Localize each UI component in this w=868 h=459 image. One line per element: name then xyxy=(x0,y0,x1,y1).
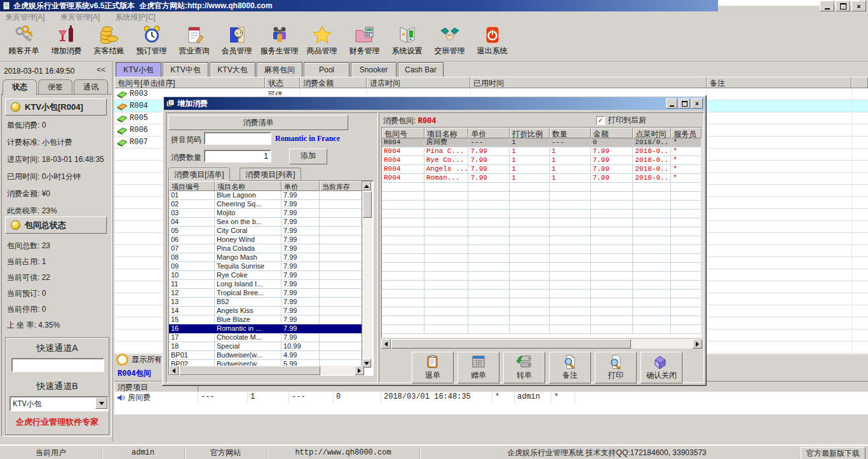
scroll-left-icon[interactable] xyxy=(381,339,391,349)
dialog-button-folder-close[interactable]: 确认关闭 xyxy=(641,352,682,383)
item-row-14[interactable]: 14Angels Kiss7.99 xyxy=(169,307,373,316)
toolbar-item-query[interactable]: 营业查询 xyxy=(173,23,215,60)
order-row[interactable]: R004Rye Co...7.99117.992018-0...* xyxy=(382,156,702,165)
order-column-header[interactable]: 包间号 xyxy=(382,128,424,138)
show-all-control[interactable]: 显示所有 xyxy=(116,354,162,366)
quick-channel-a-input[interactable] xyxy=(11,358,104,372)
download-latest-button[interactable]: 官方最新版下载 xyxy=(801,447,865,459)
dialog-close-button[interactable]: × xyxy=(691,98,703,109)
order-row[interactable]: R004Roman...7.99117.992018-0...* xyxy=(382,174,702,183)
room-tab-Snooker[interactable]: Snooker xyxy=(351,62,397,77)
column-header[interactable]: 进店时间 xyxy=(367,77,470,88)
close-button[interactable]: × xyxy=(851,1,866,11)
order-column-header[interactable]: 单价 xyxy=(468,128,510,138)
item-row-15[interactable]: 15Blue Blaze7.99 xyxy=(169,316,373,324)
item-column-header[interactable]: 项目名称 xyxy=(215,181,281,191)
tab-item-list[interactable]: 消费项目[清单] xyxy=(168,168,230,181)
scrollbar-thumb[interactable] xyxy=(179,366,320,375)
toolbar-item-star[interactable]: 商品管理 xyxy=(301,23,343,60)
item-row-06[interactable]: 06Honey Wind7.99 xyxy=(169,236,373,244)
column-header[interactable]: 状态 xyxy=(265,77,300,88)
order-column-header[interactable]: 数量 xyxy=(550,128,591,138)
scroll-right-icon[interactable] xyxy=(693,339,702,349)
toolbar-item-coins[interactable]: 宾客结账 xyxy=(88,23,130,60)
consume-item-row[interactable]: 房间费---1---02018/03/01 16:48:35*admin* xyxy=(114,392,868,404)
item-row-10[interactable]: 10Rye Coke7.99 xyxy=(169,271,373,280)
toolbar-item-drinks[interactable]: 增加消费 xyxy=(45,23,88,60)
toolbar-item-power[interactable]: 退出系统 xyxy=(471,23,513,60)
item-row-02[interactable]: 02Cheering Sq...7.99 xyxy=(169,200,373,209)
order-row[interactable]: R004Pina C...7.99117.992018-0...* xyxy=(382,147,702,156)
item-column-header[interactable]: 项目编号 xyxy=(169,181,215,191)
scrollbar-thumb[interactable] xyxy=(391,339,631,349)
tab-notes[interactable]: 便签 xyxy=(38,79,72,94)
item-row-17[interactable]: 17Chocolate M...7.99 xyxy=(169,333,373,342)
room-tab-麻将包间[interactable]: 麻将包间 xyxy=(257,62,302,77)
add-button[interactable]: 添加 xyxy=(289,149,327,164)
toolbar-item-settings[interactable]: 系统设置 xyxy=(386,23,428,60)
dialog-button-clipboard[interactable]: 退单 xyxy=(412,352,454,383)
column-header[interactable]: 消费金额 xyxy=(300,77,367,88)
toolbar-item-member[interactable]: 会员管理 xyxy=(215,23,258,60)
item-row-08[interactable]: 08Mango Mash7.99 xyxy=(169,253,373,262)
sidebar-collapse-button[interactable]: << xyxy=(94,65,108,76)
order-row[interactable]: R004Angels ...7.99117.992018-0...* xyxy=(382,165,702,174)
item-row-01[interactable]: 01Blue Lagoon7.99 xyxy=(169,191,373,200)
item-column-header[interactable]: 单价 xyxy=(281,181,320,191)
room-tab-Pool[interactable]: Pool xyxy=(304,62,349,77)
current-room-link[interactable]: R004包间 xyxy=(118,368,151,379)
tab-comms[interactable]: 通讯 xyxy=(74,79,108,94)
item-row-18[interactable]: 18Special10.99 xyxy=(169,342,373,351)
order-table-hscrollbar[interactable] xyxy=(381,339,702,349)
dialog-button-transfer[interactable]: 转单 xyxy=(503,352,545,383)
item-row-11[interactable]: 11Long Island I...7.99 xyxy=(169,280,373,289)
item-row-04[interactable]: 04Sex on the b...7.99 xyxy=(169,218,373,227)
item-row-13[interactable]: 13B527.99 xyxy=(169,298,373,307)
item-column-header[interactable]: 当前库存 xyxy=(320,181,364,191)
toolbar-item-staff[interactable]: 服务生管理 xyxy=(258,23,301,60)
toolbar-item-finance[interactable]: 财务管理 xyxy=(343,23,386,60)
column-header[interactable]: 包间号[单击排序] xyxy=(114,77,265,88)
dialog-restore-button[interactable] xyxy=(679,98,690,109)
checkbox-checked-icon[interactable]: ✓ xyxy=(596,116,605,125)
pinyin-input[interactable] xyxy=(204,132,271,145)
item-row-BP01[interactable]: BP01Budweiser(w...4.99 xyxy=(169,351,373,360)
item-row-12[interactable]: 12Tropical Bree...7.99 xyxy=(169,289,373,298)
toolbar-item-clock[interactable]: 预订管理 xyxy=(130,23,173,60)
menu-item[interactable]: 来宾管理[A] xyxy=(60,12,100,23)
scroll-up-icon[interactable] xyxy=(362,182,371,190)
tab-status[interactable]: 状态 xyxy=(3,79,37,95)
scroll-left-icon[interactable] xyxy=(169,366,179,375)
item-table-hscrollbar[interactable] xyxy=(169,366,364,375)
menu-item[interactable]: 来宾管理[A] xyxy=(5,12,45,23)
item-row-16[interactable]: 16Romantic in ...7.99 xyxy=(169,324,373,333)
item-table-vscrollbar[interactable] xyxy=(362,181,373,368)
column-header[interactable]: 已用时间 xyxy=(470,77,707,88)
restore-button[interactable] xyxy=(836,1,850,11)
tab-item-grid[interactable]: 消费项目[列表] xyxy=(240,168,301,181)
print-to-kitchen-control[interactable]: ✓ 打印到后厨 xyxy=(596,115,646,126)
toolbar-item-keys[interactable]: 顾客开单 xyxy=(3,23,45,60)
statusbar-cell[interactable]: http://www.qh8000.com xyxy=(267,447,421,459)
order-column-header[interactable]: 服务员 xyxy=(671,128,702,138)
item-row-03[interactable]: 03Mojito7.99 xyxy=(169,209,373,218)
dialog-button-calendar[interactable]: 赠单 xyxy=(458,352,499,383)
minimize-button[interactable] xyxy=(820,1,834,11)
column-header-empty[interactable] xyxy=(851,77,868,88)
item-row-07[interactable]: 07Pina Colada7.99 xyxy=(169,244,373,253)
item-row-09[interactable]: 09Tequila Sunrise7.99 xyxy=(169,262,373,271)
order-column-header[interactable]: 项目名称 xyxy=(424,128,469,138)
order-column-header[interactable]: 打折比例 xyxy=(510,128,550,138)
order-column-header[interactable]: 点菜时间 xyxy=(633,128,671,138)
dialog-button-note-search[interactable]: 备注 xyxy=(549,352,591,383)
quantity-input[interactable] xyxy=(204,150,271,163)
room-tab-Cash Bar[interactable]: Cash Bar xyxy=(398,62,444,77)
chevron-down-icon[interactable] xyxy=(95,397,107,409)
column-header[interactable]: 备注 xyxy=(707,77,851,88)
room-tab-KTV小包[interactable]: KTV小包 xyxy=(116,62,161,77)
order-column-header[interactable]: 金额 xyxy=(591,128,634,138)
room-tab-KTV大包[interactable]: KTV大包 xyxy=(210,62,255,77)
dialog-title-bar[interactable]: 增加消费 × xyxy=(164,97,705,110)
scrollbar-thumb[interactable] xyxy=(363,191,372,218)
item-row-05[interactable]: 05City Coral7.99 xyxy=(169,227,373,236)
